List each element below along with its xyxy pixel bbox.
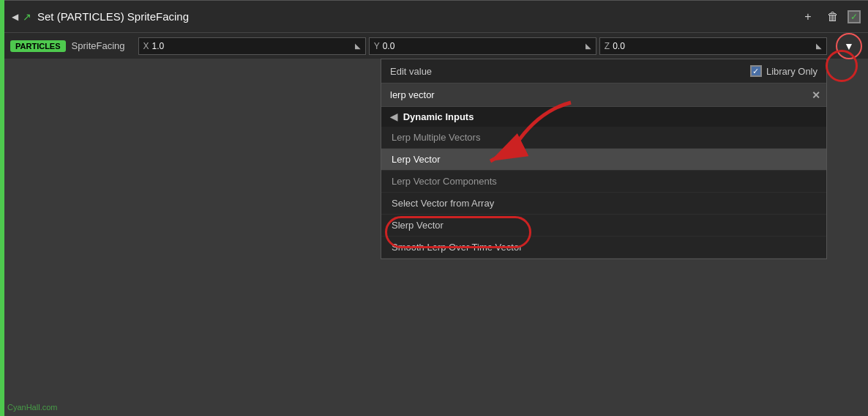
list-item[interactable]: Smooth Lerp Over Time Vector — [381, 237, 826, 259]
library-only-check[interactable]: ✓ Library Only — [750, 65, 818, 77]
list-item[interactable]: Lerp Multiple Vectors — [381, 127, 826, 149]
y-value: 0.0 — [383, 41, 395, 51]
content-area: ◀ ↗ Set (PARTICLES) SpriteFacing + 🗑 ✓ P… — [4, 0, 868, 59]
library-only-label: Library Only — [766, 66, 818, 77]
x-label: X — [143, 41, 149, 51]
search-bar: ✕ — [381, 83, 826, 107]
sprite-facing-label: SpriteFacing — [72, 40, 125, 51]
library-only-check-icon: ✓ — [752, 67, 759, 76]
list-item[interactable]: Select Vector from Array — [381, 193, 826, 215]
list-item[interactable]: Lerp Vector Components — [381, 171, 826, 193]
search-clear-button[interactable]: ✕ — [812, 89, 820, 101]
collapse-arrow-icon[interactable]: ◀ — [12, 12, 18, 22]
z-field[interactable]: Z 0.0 ◣ — [599, 37, 827, 55]
row-bar: PARTICLES SpriteFacing X 1.0 ◣ Y 0.0 ◣ Z… — [4, 32, 868, 59]
add-button[interactable]: + — [798, 7, 818, 27]
dropdown-header: Edit value ✓ Library Only — [381, 59, 826, 83]
edit-value-label: Edit value — [390, 66, 750, 77]
section-header[interactable]: ◀ Dynamic Inputs — [381, 107, 826, 127]
check-icon: ✓ — [850, 12, 858, 22]
search-input[interactable] — [387, 86, 812, 103]
section-title: Dynamic Inputs — [403, 111, 474, 122]
z-arrow-icon: ◣ — [816, 42, 822, 50]
header-actions: + 🗑 ✓ — [798, 7, 861, 27]
x-value: 1.0 — [152, 41, 165, 51]
x-field[interactable]: X 1.0 ◣ — [138, 37, 366, 55]
dropdown-panel: Edit value ✓ Library Only ✕ ◀ Dynamic In… — [381, 59, 827, 259]
particles-badge: PARTICLES — [10, 40, 66, 52]
main-container: ◀ ↗ Set (PARTICLES) SpriteFacing + 🗑 ✓ P… — [0, 0, 868, 416]
dropdown-list: Lerp Multiple Vectors Lerp Vector Lerp V… — [381, 127, 826, 259]
delete-button[interactable]: 🗑 — [823, 7, 843, 27]
pin-icon: ↗ — [23, 11, 31, 23]
enabled-checkbox[interactable]: ✓ — [848, 10, 861, 23]
y-arrow-icon: ◣ — [585, 42, 591, 50]
watermark: CyanHall.com — [7, 403, 57, 412]
dropdown-button[interactable]: ▼ — [836, 33, 862, 59]
y-field[interactable]: Y 0.0 ◣ — [369, 37, 596, 55]
y-label: Y — [374, 41, 380, 51]
list-item[interactable]: Slerp Vector — [381, 215, 826, 237]
header-title: Set (PARTICLES) SpriteFacing — [37, 10, 798, 23]
vector-fields: X 1.0 ◣ Y 0.0 ◣ Z 0.0 ◣ — [138, 37, 827, 55]
x-arrow-icon: ◣ — [355, 42, 361, 50]
left-accent-bar — [0, 0, 4, 416]
z-label: Z — [605, 41, 610, 51]
header-bar: ◀ ↗ Set (PARTICLES) SpriteFacing + 🗑 ✓ — [4, 0, 868, 32]
library-only-checkbox[interactable]: ✓ — [750, 65, 762, 77]
z-value: 0.0 — [613, 41, 625, 51]
list-item[interactable]: Lerp Vector — [381, 149, 826, 171]
section-arrow-icon: ◀ — [390, 111, 397, 122]
